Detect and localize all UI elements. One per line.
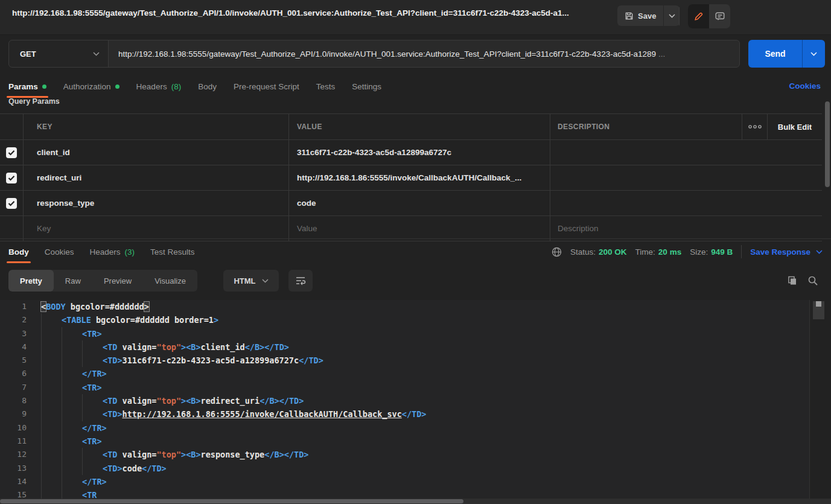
line-content: <TR>: [41, 381, 102, 394]
code-line: 11<TR>: [0, 435, 810, 448]
line-number: 10: [0, 421, 36, 435]
horizontal-scrollbar[interactable]: [0, 499, 463, 503]
response-tab-test-results[interactable]: Test Results: [150, 241, 195, 262]
network-globe-icon[interactable]: [552, 247, 562, 257]
line-content: </TR>: [41, 475, 107, 488]
view-tab-pretty[interactable]: Pretty: [8, 270, 54, 292]
indent-guide: [62, 340, 82, 354]
edit-comment-group: [688, 4, 730, 28]
indent-guide: [62, 448, 82, 461]
param-checkbox[interactable]: [6, 147, 17, 158]
comments-button[interactable]: [709, 4, 730, 28]
indent-guide: [82, 462, 103, 475]
line-number: 9: [0, 407, 36, 421]
param-checkbox[interactable]: [6, 198, 17, 209]
line-number: 14: [0, 475, 36, 488]
save-label: Save: [638, 11, 656, 21]
indent-guide: [82, 354, 103, 367]
send-options-button[interactable]: [803, 40, 825, 68]
tab-params[interactable]: Params: [8, 76, 46, 97]
save-button[interactable]: Save: [617, 5, 663, 26]
tab-settings[interactable]: Settings: [352, 76, 381, 97]
tab-body[interactable]: Body: [198, 76, 217, 97]
view-tab-visualize[interactable]: Visualize: [143, 270, 197, 292]
response-tab-body[interactable]: Body: [8, 241, 29, 262]
param-description-placeholder[interactable]: Description: [550, 216, 822, 241]
tab-headers[interactable]: Headers(8): [136, 76, 182, 97]
code-token: <TD: [103, 450, 117, 459]
tab-pre-request-script[interactable]: Pre-request Script: [234, 76, 299, 97]
meta-divider: [741, 245, 742, 258]
param-key[interactable]: response_type: [23, 191, 288, 215]
response-body-editor[interactable]: 1<BODY bgcolor=#dddddd>2<TABLE bgcolor=#…: [0, 300, 810, 499]
indent-guide: [41, 435, 62, 448]
code-token: </TD>: [142, 464, 167, 473]
size-badge: Size:949 B: [690, 247, 733, 257]
request-url-bar: GET http://192.168.1.98:5555/gateway/Tes…: [8, 40, 740, 68]
code-link[interactable]: http://192.168.1.86:5555/invoke/Callback…: [123, 409, 402, 419]
copy-icon: [787, 275, 798, 286]
param-description[interactable]: [550, 165, 822, 190]
tab-tests[interactable]: Tests: [316, 76, 336, 97]
method-selector[interactable]: GET: [9, 40, 109, 67]
response-tab-cookies[interactable]: Cookies: [45, 241, 74, 262]
indent-guide: [62, 488, 82, 499]
code-token: ><B>: [181, 396, 201, 406]
param-row-empty: KeyValueDescription: [0, 216, 822, 241]
view-tab-preview[interactable]: Preview: [92, 270, 143, 292]
code-token: ><B>: [181, 342, 201, 352]
indent-guide: [41, 354, 62, 367]
param-description[interactable]: [550, 140, 822, 165]
param-value-placeholder[interactable]: Value: [288, 216, 550, 241]
line-number: 11: [0, 435, 36, 448]
code-token: </TD>: [299, 356, 323, 365]
tab-authorization[interactable]: Authorization: [63, 76, 119, 97]
indent-guide: [41, 313, 62, 327]
code-token: </TR>: [82, 369, 107, 378]
search-response-button[interactable]: [805, 273, 821, 289]
cookies-link[interactable]: Cookies: [789, 76, 821, 97]
indent-guide: [62, 435, 82, 448]
param-key-placeholder[interactable]: Key: [23, 216, 288, 241]
save-icon: [625, 11, 634, 21]
response-tab-headers[interactable]: Headers(3): [90, 241, 135, 262]
query-params-table: KEY VALUE DESCRIPTION Bulk Edit client_i…: [0, 113, 822, 241]
code-token: valign=: [117, 396, 156, 406]
wrap-lines-button[interactable]: [288, 270, 313, 292]
save-options-button[interactable]: [664, 5, 680, 26]
indent-guide: [41, 462, 62, 475]
param-key[interactable]: redirect_uri: [23, 165, 288, 190]
code-line: 12<TD valign="top"><B>response_type</B><…: [0, 448, 810, 461]
status-value: 200 OK: [599, 247, 627, 257]
param-value[interactable]: 311c6f71-c22b-4323-ac5d-a12899a6727c: [288, 140, 550, 165]
url-input[interactable]: http://192.168.1.98:5555/gateway/Test_Au…: [109, 40, 739, 67]
horizontal-scrollbar-track: [0, 499, 831, 504]
code-token: response_type: [201, 450, 265, 459]
param-value[interactable]: code: [288, 191, 550, 215]
query-params-title: Query Params: [8, 97, 60, 106]
view-tab-raw[interactable]: Raw: [54, 270, 92, 292]
params-vertical-scrollbar[interactable]: [825, 101, 830, 187]
code-scrollbar-marker: [816, 301, 821, 307]
code-line: 10</TR>: [0, 421, 810, 435]
code-token: bgcolor=#dddddd: [66, 302, 144, 311]
param-description[interactable]: [550, 191, 822, 215]
code-token: <TR>: [82, 329, 102, 339]
send-button[interactable]: Send: [748, 40, 802, 68]
edit-request-button[interactable]: [688, 4, 709, 28]
save-response-button[interactable]: Save Response: [750, 247, 823, 257]
param-checkbox[interactable]: [6, 173, 17, 183]
params-more-options-button[interactable]: [742, 114, 767, 139]
bulk-edit-button[interactable]: Bulk Edit: [767, 114, 822, 139]
line-number: 8: [0, 394, 36, 407]
indent-guide: [62, 475, 82, 488]
param-value[interactable]: http://192.168.1.86:5555/invoke/Callback…: [288, 165, 550, 190]
indent-guide: [62, 381, 82, 394]
check-icon: [8, 175, 15, 181]
code-line: 5<TD>311c6f71-c22b-4323-ac5d-a12899a6727…: [0, 354, 810, 367]
copy-response-button[interactable]: [785, 273, 800, 289]
param-checkbox-cell: [0, 165, 23, 190]
code-token: </TR>: [82, 477, 107, 486]
format-selector[interactable]: HTML: [223, 270, 279, 292]
param-key[interactable]: client_id: [23, 140, 288, 165]
